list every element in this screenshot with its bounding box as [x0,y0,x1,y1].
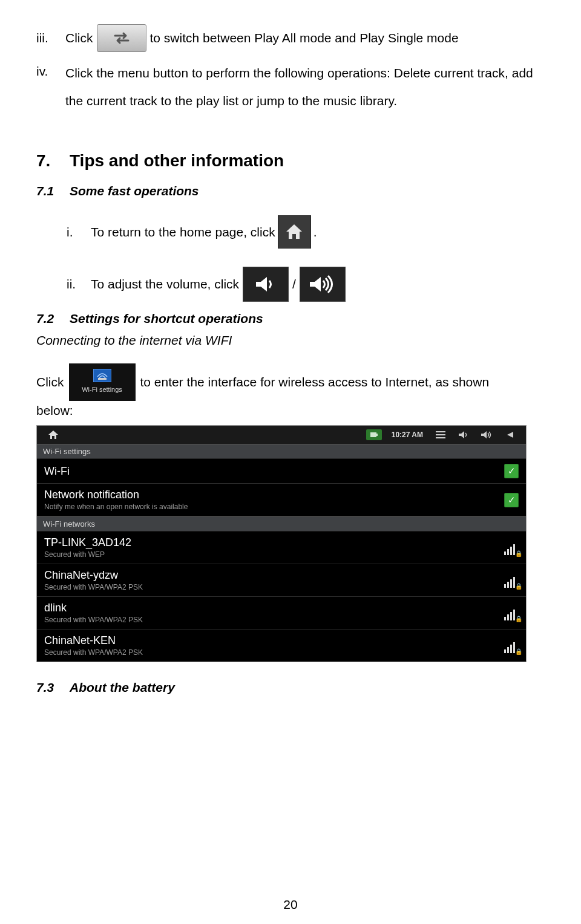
list-item-iv: iv. Click the menu button to perform the… [36,59,545,121]
network-security: Secured with WPA/WPA2 PSK [44,583,501,591]
list-item-i: i. To return to the home page, click . [67,215,545,249]
status-bar: 10:27 AM [37,426,526,444]
svg-rect-3 [436,431,445,432]
row-network[interactable]: dlink Secured with WPA/WPA2 PSK 🔒 [37,597,526,630]
click-wifi-line: Click Wi-Fi settings to enter the interf… [36,363,545,401]
text: / [292,272,296,296]
row-title: Network notification [44,489,504,501]
row-wifi-toggle[interactable]: Wi-Fi ✓ [37,459,526,484]
swap-mode-icon [97,24,146,52]
svg-rect-1 [370,432,376,437]
text: Click [36,370,64,394]
heading-7-2: 7.2 Settings for shortcut operations [36,311,545,326]
list-numeral: ii. [67,272,91,296]
network-security: Secured with WPA/WPA2 PSK [44,648,501,657]
battery-icon [366,429,382,440]
home-icon [45,429,61,440]
network-name: dlink [44,602,501,614]
svg-rect-5 [436,437,445,438]
page-number: 20 [0,897,581,912]
heading-7: 7. Tips and other information [36,151,545,171]
network-name: ChinaNet-KEN [44,634,501,647]
list-item-iii: iii. Click to switch between Play All mo… [36,24,545,52]
home-icon [278,215,311,249]
text: . [313,220,317,244]
list-item-ii: ii. To adjust the volume, click / [67,267,545,302]
network-security: Secured with WPA/WPA2 PSK [44,616,501,624]
menu-icon [433,429,448,440]
text: to enter the interface for wireless acce… [140,370,490,394]
text: To return to the home page, click [91,220,275,244]
heading-title: Settings for shortcut operations [70,311,263,326]
svg-rect-0 [98,378,107,380]
checkbox-checked-icon[interactable]: ✓ [504,493,519,507]
text: To adjust the volume, click [91,272,239,296]
network-name: TP-LINK_3AD142 [44,536,501,549]
status-time: 10:27 AM [392,431,423,439]
text: to switch between Play All mode and Play… [150,26,459,50]
row-title: Wi-Fi [44,465,504,478]
svg-rect-4 [436,434,445,435]
row-network[interactable]: TP-LINK_3AD142 Secured with WEP 🔒 [37,532,526,564]
row-network[interactable]: ChinaNet-ydzw Secured with WPA/WPA2 PSK … [37,564,526,597]
heading-number: 7.3 [36,680,70,695]
heading-title: Tips and other information [70,151,284,171]
volume-up-icon [300,267,346,302]
section-header-wifi-networks: Wi-Fi networks [37,516,526,532]
row-network[interactable]: ChinaNet-KEN Secured with WPA/WPA2 PSK 🔒 [37,630,526,662]
vol-down-icon [456,429,471,440]
wifi-signal-lock-icon: 🔒 [501,639,519,653]
wifi-settings-screenshot: 10:27 AM Wi-Fi settings Wi-Fi ✓ Network … [36,425,527,662]
row-subtitle: Notify me when an open network is availa… [44,503,504,511]
text: Click the menu button to perform the fol… [65,59,545,115]
heading-number: 7. [36,151,70,171]
heading-7-3: 7.3 About the battery [36,680,545,695]
wifi-settings-icon: Wi-Fi settings [69,363,136,401]
list-numeral: i. [67,220,91,244]
list-numeral: iv. [36,59,65,83]
heading-7-1: 7.1 Some fast operations [36,184,545,198]
volume-down-icon [243,267,289,302]
back-icon [502,429,517,440]
network-security: Secured with WEP [44,550,501,559]
svg-rect-2 [376,434,378,436]
wifi-signal-lock-icon: 🔒 [501,541,519,555]
section-header-wifi-settings: Wi-Fi settings [37,444,526,459]
list-numeral: iii. [36,26,65,50]
vol-up-icon [479,429,494,440]
subheading-connecting: Connecting to the internet via WIFI [36,333,545,348]
heading-title: Some fast operations [70,184,199,198]
network-name: ChinaNet-ydzw [44,569,501,582]
wifi-signal-lock-icon: 🔒 [501,606,519,620]
wifi-signal-lock-icon: 🔒 [501,573,519,588]
wifi-settings-label: Wi-Fi settings [82,383,122,396]
row-network-notification[interactable]: Network notification Notify me when an o… [37,484,526,516]
text: Click [65,26,93,50]
heading-number: 7.2 [36,311,70,326]
heading-title: About the battery [70,680,175,695]
checkbox-checked-icon[interactable]: ✓ [504,464,519,478]
text: below: [36,403,545,418]
heading-number: 7.1 [36,184,70,198]
